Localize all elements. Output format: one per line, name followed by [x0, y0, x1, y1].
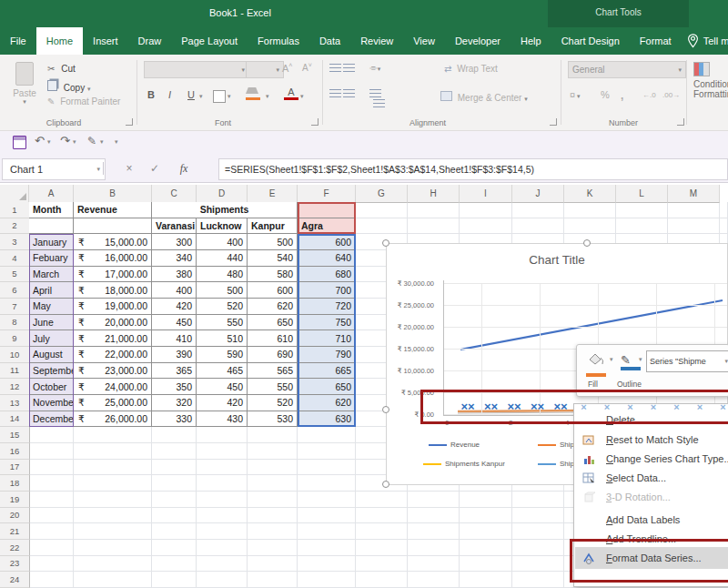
- menu-item-format-data-series[interactable]: Format Data Series...: [575, 547, 728, 569]
- col-header-F[interactable]: F: [298, 185, 356, 203]
- series-point-marker[interactable]: ×: [670, 400, 684, 413]
- cell-F8[interactable]: 750: [298, 315, 356, 331]
- enter-icon[interactable]: ✓: [144, 158, 166, 178]
- comma-style-button[interactable]: ,: [621, 89, 623, 102]
- cancel-icon[interactable]: ×: [118, 158, 140, 178]
- cell-A11[interactable]: September: [29, 363, 74, 380]
- tab-draw[interactable]: Draw: [128, 27, 172, 55]
- cell-F11[interactable]: 665: [298, 363, 356, 380]
- col-header-A[interactable]: A: [29, 185, 74, 203]
- font-dialog-launcher[interactable]: [311, 118, 318, 126]
- outline-button[interactable]: ✎: [621, 351, 631, 368]
- cell-F5[interactable]: 680: [298, 267, 356, 283]
- cell-A13[interactable]: November: [29, 395, 74, 411]
- series-point-marker[interactable]: ×: [693, 400, 707, 413]
- row-header-12[interactable]: 12: [0, 379, 30, 395]
- cell-F6[interactable]: 700: [298, 282, 356, 299]
- cell-E13[interactable]: 520: [248, 395, 298, 411]
- tab-developer[interactable]: Developer: [445, 27, 511, 55]
- cell-C3[interactable]: 300: [152, 234, 197, 250]
- row-header-2[interactable]: 2: [0, 218, 30, 235]
- cell-C4[interactable]: 340: [152, 250, 197, 267]
- font-size-combo[interactable]: ▾: [246, 61, 284, 78]
- align-left-icon[interactable]: [329, 89, 341, 97]
- font-name-combo[interactable]: ▾: [144, 61, 249, 78]
- tab-insert[interactable]: Insert: [83, 27, 128, 55]
- cell-F3[interactable]: 600: [298, 234, 356, 250]
- fill-color-button[interactable]: [246, 87, 260, 100]
- touch-mode-icon[interactable]: ✎: [87, 135, 96, 147]
- clipboard-dialog-launcher[interactable]: [126, 118, 133, 126]
- format-painter-button[interactable]: ✎ Format Painter: [47, 96, 120, 106]
- cell-E12[interactable]: 550: [248, 379, 298, 395]
- italic-button[interactable]: I: [168, 89, 171, 100]
- cell-B13[interactable]: ₹25,000.00: [74, 395, 152, 411]
- cell-E4[interactable]: 540: [248, 250, 298, 267]
- tab-file[interactable]: File: [0, 27, 36, 55]
- cell-A5[interactable]: March: [29, 267, 74, 283]
- cell-F10[interactable]: 790: [298, 347, 356, 363]
- chart-handle-bottom-left[interactable]: [382, 481, 389, 488]
- cell-D3[interactable]: 400: [197, 234, 248, 250]
- underline-button[interactable]: U: [187, 89, 195, 100]
- cell-E2[interactable]: Kanpur: [248, 218, 298, 235]
- menu-item-add-trendline[interactable]: Add Trendline...: [575, 530, 728, 548]
- row-header-1[interactable]: 1: [0, 202, 30, 218]
- cell-E11[interactable]: 565: [248, 363, 298, 380]
- cell-B11[interactable]: ₹23,000.00: [74, 363, 152, 380]
- number-dialog-launcher[interactable]: [677, 118, 684, 126]
- row-header-10[interactable]: 10: [0, 347, 30, 363]
- bold-button[interactable]: B: [147, 89, 155, 100]
- cell-E7[interactable]: 620: [248, 299, 298, 315]
- percent-style-button[interactable]: %: [601, 89, 610, 100]
- cell-D6[interactable]: 500: [197, 282, 248, 299]
- cell-B1[interactable]: Revenue: [74, 202, 152, 218]
- cell-D12[interactable]: 450: [197, 379, 248, 395]
- cell-F14[interactable]: 630: [298, 411, 356, 428]
- row-header-7[interactable]: 7: [0, 299, 30, 315]
- series-point-marker[interactable]: ×: [623, 400, 638, 413]
- tell-me-button[interactable]: Tell me: [682, 27, 728, 55]
- cell-B4[interactable]: ₹16,000.00: [74, 250, 152, 267]
- col-header-M[interactable]: M: [668, 185, 720, 203]
- cell-D8[interactable]: 550: [197, 315, 248, 331]
- qat-customize-icon[interactable]: ▾: [115, 138, 118, 146]
- redo-icon[interactable]: ↷: [60, 134, 70, 147]
- increase-decimal-button[interactable]: ←.0: [642, 91, 656, 99]
- row-header-8[interactable]: 8: [0, 315, 30, 331]
- cell-E10[interactable]: 690: [248, 347, 298, 363]
- row-header-3[interactable]: 3: [0, 234, 30, 250]
- col-header-K[interactable]: K: [564, 185, 616, 203]
- series-point-marker[interactable]: ×: [646, 400, 661, 413]
- cell-E5[interactable]: 580: [248, 267, 298, 283]
- tab-help[interactable]: Help: [511, 27, 551, 55]
- tab-format[interactable]: Format: [630, 27, 682, 55]
- col-header-C[interactable]: C: [152, 185, 197, 203]
- indent-buttons[interactable]: [369, 89, 385, 109]
- cell-A4[interactable]: Febuary: [29, 250, 74, 267]
- cell-A6[interactable]: April: [29, 282, 74, 299]
- chart-handle-left-mid[interactable]: [382, 406, 389, 413]
- cell-B8[interactable]: ₹20,000.00: [74, 315, 152, 331]
- cell-E6[interactable]: 600: [248, 282, 298, 299]
- col-header-B[interactable]: B: [74, 185, 152, 203]
- wrap-text-button[interactable]: ⇄ Wrap Text: [444, 64, 498, 74]
- insert-function-icon[interactable]: fx: [173, 158, 195, 178]
- cell-C13[interactable]: 320: [152, 395, 197, 411]
- cell-C14[interactable]: 330: [152, 411, 197, 428]
- cell-A14[interactable]: December: [29, 411, 74, 428]
- cell-A1[interactable]: Month: [29, 202, 74, 218]
- cell-F13[interactable]: 620: [298, 395, 356, 411]
- cut-button[interactable]: ✂ Cut: [47, 64, 76, 74]
- cell-A12[interactable]: October: [29, 379, 74, 395]
- row-header-19[interactable]: 19: [0, 492, 30, 508]
- cell-E8[interactable]: 650: [248, 315, 298, 331]
- cell-F1[interactable]: [298, 202, 356, 218]
- accounting-format-button[interactable]: ¤ ▾: [570, 89, 581, 100]
- formula-input[interactable]: =SERIES(Sheet1!$F$1:$F$2,Sheet1!$A$3:$A$…: [218, 158, 728, 180]
- merge-center-button[interactable]: Merge & Center ▾: [440, 91, 528, 103]
- cell-C12[interactable]: 350: [152, 379, 197, 395]
- tab-page-layout[interactable]: Page Layout: [171, 27, 248, 55]
- fill-button[interactable]: [586, 351, 606, 370]
- row-header-5[interactable]: 5: [0, 267, 30, 283]
